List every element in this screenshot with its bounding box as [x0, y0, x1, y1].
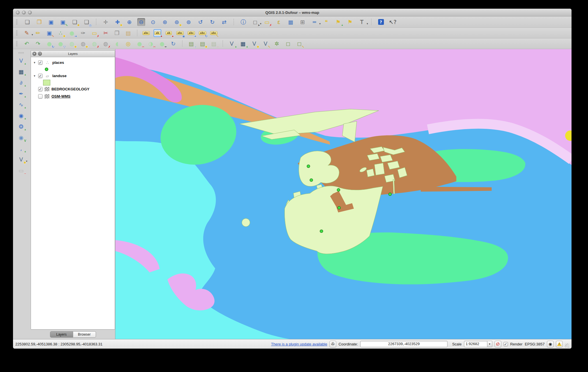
new-shapefile-layer[interactable]: V✱▾: [17, 156, 25, 163]
add-delimited-text-layer[interactable]: ,+: [17, 145, 25, 152]
split-parts[interactable]: ◑✂: [147, 40, 155, 48]
grass-tools[interactable]: ✲: [273, 40, 281, 48]
field-calculator[interactable]: ⊞: [299, 18, 306, 26]
pan-map[interactable]: ✛: [102, 18, 110, 26]
merge-features[interactable]: ●✒: [158, 40, 166, 48]
delete-selected[interactable]: ▭✗: [90, 29, 98, 37]
stop-render-button[interactable]: ∅: [495, 341, 501, 347]
title-bar[interactable]: QGIS 2.0.1-Dufour – wms-map: [13, 9, 572, 16]
scale-combobox[interactable]: 1:92682 ▼: [464, 341, 492, 347]
refresh-map[interactable]: ⇄: [220, 18, 228, 26]
new-raster-layer[interactable]: ▦+: [239, 40, 247, 48]
delete-ring[interactable]: ◍✗: [90, 40, 98, 48]
add-ring[interactable]: ◍✱: [68, 40, 76, 48]
save-project[interactable]: ▣: [47, 18, 55, 26]
open-attribute-table[interactable]: ▦: [287, 18, 295, 26]
save-project-as[interactable]: ▣✎: [59, 18, 67, 26]
layer-item-places[interactable]: ▼✓∴places: [31, 59, 115, 66]
edit-vector-layer[interactable]: V✎: [262, 40, 269, 48]
layer-visibility-checkbox[interactable]: [38, 94, 42, 98]
node-tool[interactable]: ✑: [79, 29, 87, 37]
add-wms-layer[interactable]: ◉+: [17, 112, 25, 120]
panel-close-icon[interactable]: ✕: [32, 52, 36, 56]
rotate-feature[interactable]: ●↻: [45, 40, 53, 48]
zoom-last[interactable]: ↺: [197, 18, 204, 26]
help-contents[interactable]: ?: [377, 18, 385, 26]
new-print-composer[interactable]: ❏✱: [71, 18, 79, 26]
layer-item-bedrockgeology[interactable]: ✓BEDROCKGEOLOGY: [31, 85, 115, 93]
label-rotation[interactable]: abc↻: [199, 29, 206, 37]
zoom-to-layer[interactable]: ⊚: [185, 18, 193, 26]
save-layer-edits[interactable]: ▣✎: [45, 29, 53, 37]
map-canvas[interactable]: [115, 49, 572, 339]
offset-curve[interactable]: ◎: [124, 40, 132, 48]
map-tips[interactable]: ❝: [322, 18, 330, 26]
pin-unpin-labels[interactable]: abc➜: [187, 29, 195, 37]
minimize-window-button[interactable]: [22, 11, 26, 14]
zoom-out[interactable]: ⊖: [137, 18, 145, 26]
show-bookmarks[interactable]: ⚑: [346, 18, 354, 26]
zoom-to-selection[interactable]: ⊚✱: [173, 18, 181, 26]
layer-item-osm-wms[interactable]: OSM-WMS: [31, 93, 115, 100]
new-bookmark[interactable]: ⚑+: [334, 18, 342, 26]
show-hide-labels[interactable]: abc◉: [176, 29, 184, 37]
current-edits[interactable]: ✎▾: [23, 29, 31, 37]
split-features[interactable]: ●✂: [136, 40, 143, 48]
rotate-label[interactable]: ab●: [165, 29, 173, 37]
plugin-update-link[interactable]: There is a plugin update available: [271, 342, 327, 346]
composer-manager[interactable]: ❏◎: [83, 18, 90, 26]
measure-line[interactable]: ═▾: [310, 18, 318, 26]
zoom-full[interactable]: ⊛: [161, 18, 169, 26]
zoom-window-button[interactable]: [28, 11, 32, 14]
new-vector-layer[interactable]: V+: [228, 40, 236, 48]
layer-visibility-checkbox[interactable]: ✓: [38, 87, 42, 91]
zoom-in[interactable]: ⊕: [125, 18, 133, 26]
add-wcs-layer[interactable]: ❂+: [17, 123, 25, 131]
undo[interactable]: ↶: [23, 40, 31, 48]
add-wfs-layer[interactable]: ◉V: [17, 134, 25, 142]
move-label[interactable]: ab●: [154, 29, 161, 37]
delete-part[interactable]: ◍✗: [102, 40, 110, 48]
grass-region-edit[interactable]: ◻✎: [295, 40, 303, 48]
zoom-native-resolution[interactable]: ⊙: [149, 18, 157, 26]
pan-to-selection[interactable]: ✚✱: [114, 18, 121, 26]
redo[interactable]: ↷: [34, 40, 42, 48]
grass-region[interactable]: ◻: [284, 40, 292, 48]
layer-labeling[interactable]: abc: [142, 29, 150, 37]
identify-features[interactable]: ⓘ: [239, 18, 247, 26]
whats-this[interactable]: ↖?: [389, 18, 397, 26]
plugin-icon[interactable]: ✇: [330, 341, 336, 347]
move-feature[interactable]: ●➜: [68, 29, 76, 37]
reshape-features[interactable]: ◖: [113, 40, 121, 48]
text-annotation[interactable]: T▾: [358, 18, 366, 26]
expander-icon[interactable]: ▼: [33, 61, 36, 64]
scale-dropdown-icon[interactable]: ▼: [487, 341, 492, 347]
paste-features[interactable]: ▤: [124, 29, 132, 37]
add-feature[interactable]: ∴✱: [57, 29, 64, 37]
open-project[interactable]: ❐: [35, 18, 43, 26]
add-spatialite-layer[interactable]: ✒+: [17, 90, 25, 98]
window-resize-grip[interactable]: [565, 343, 569, 348]
add-postgis-layer[interactable]: ∂+: [17, 79, 25, 87]
add-mssql-layer[interactable]: ∿+: [17, 101, 25, 109]
show-all-layers[interactable]: ▤↑: [187, 40, 195, 48]
new-shapefile-layer[interactable]: V✱: [250, 40, 258, 48]
toggle-editing[interactable]: ✏: [34, 29, 42, 37]
rotate-point-symbols[interactable]: ↻: [169, 40, 177, 48]
change-label-properties[interactable]: abc✎: [210, 29, 218, 37]
scale-input[interactable]: 1:92682: [464, 341, 487, 347]
render-checkbox[interactable]: ✓: [504, 342, 508, 346]
add-part[interactable]: ◍✱: [79, 40, 87, 48]
copy-features[interactable]: ❐: [113, 29, 121, 37]
remove-layer[interactable]: ▭−: [17, 167, 25, 174]
new-project[interactable]: ❏: [23, 18, 31, 26]
deselect-features[interactable]: ▭✗: [263, 18, 271, 26]
add-all-to-overview[interactable]: ▤✱: [199, 40, 206, 48]
zoom-next[interactable]: ↻: [208, 18, 216, 26]
tab-layers[interactable]: Layers: [50, 331, 73, 338]
layer-item-landuse[interactable]: ▼✓▱landuse: [31, 72, 115, 79]
panel-detach-icon[interactable]: ❐: [38, 52, 42, 56]
add-vector-layer[interactable]: V+: [17, 57, 25, 65]
messages-warning-icon[interactable]: [556, 341, 563, 347]
select-features[interactable]: ◻➤▾: [251, 18, 259, 26]
